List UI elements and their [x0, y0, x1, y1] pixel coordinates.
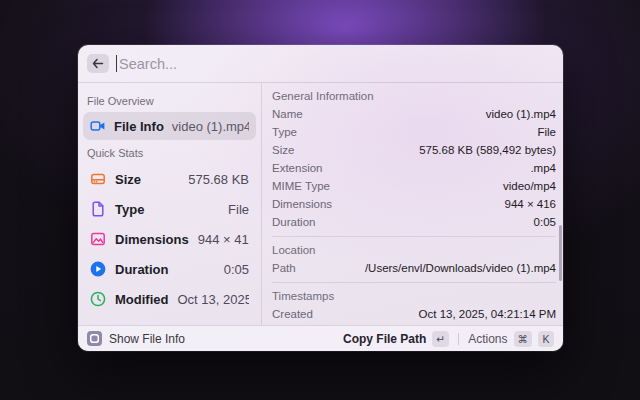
detail-row-key: Created: [272, 305, 313, 323]
detail-section-title: General Information: [272, 87, 556, 105]
detail-section: Timestamps Created Oct 13, 2025, 04:21:1…: [272, 282, 556, 325]
stat-value: File: [228, 202, 249, 217]
sidebar-section: File Overview File Info video (1).mp4: [83, 95, 256, 140]
file-info-window: File Overview File Info video (1).mp4 Qu…: [78, 45, 563, 351]
command-key-badge: ⌘: [514, 331, 533, 347]
detail-row-key: Extension: [272, 159, 323, 177]
search-input[interactable]: [116, 56, 554, 72]
detail-row: Type File: [272, 123, 556, 141]
stat-label: Duration: [115, 262, 168, 277]
stat-value: 0:05: [224, 262, 249, 277]
detail-row: Modified Oct 13, 2025, 04:21:15 PM: [272, 323, 556, 325]
copy-file-path-button[interactable]: Copy File Path: [343, 332, 426, 346]
detail-row-key: Duration: [272, 213, 315, 231]
document-icon: [90, 201, 106, 217]
detail-row-value: 0:05: [534, 213, 556, 231]
footer-bar: Show File Info Copy File Path ↵ Actions …: [78, 325, 563, 351]
stat-value: Oct 13, 2025, 04:2…: [177, 292, 249, 307]
sidebar-item-type[interactable]: Type File: [83, 194, 256, 224]
command-name-label: Show File Info: [109, 332, 185, 346]
scrollbar-thumb[interactable]: [559, 225, 562, 281]
stat-label: Type: [115, 202, 144, 217]
sidebar-item-modified[interactable]: Modified Oct 13, 2025, 04:2…: [83, 284, 256, 314]
sidebar: File Overview File Info video (1).mp4 Qu…: [78, 83, 262, 325]
sidebar-section-label: Quick Stats: [87, 147, 252, 159]
detail-section: Location Path /Users/envl/Downloads/vide…: [272, 236, 556, 277]
sidebar-section: Quick Stats Size 575.68 KB Type File Dim…: [83, 147, 256, 314]
detail-section-title: Location: [272, 241, 556, 259]
k-key-badge: K: [538, 331, 554, 347]
detail-row: Created Oct 13, 2025, 04:21:14 PM: [272, 305, 556, 323]
detail-row-value: Oct 13, 2025, 04:21:14 PM: [419, 305, 556, 323]
stat-value: 944 × 416: [198, 232, 249, 247]
detail-row-key: Size: [272, 141, 294, 159]
detail-panel: General Information Name video (1).mp4 T…: [262, 83, 563, 325]
stat-label: Dimensions: [115, 232, 189, 247]
extension-icon: [87, 331, 102, 346]
sidebar-section-label: File Overview: [87, 95, 252, 107]
search-field-wrap: [116, 52, 554, 76]
return-key-badge: ↵: [432, 331, 449, 347]
main-area: File Overview File Info video (1).mp4 Qu…: [78, 83, 563, 325]
sidebar-item-dimensions[interactable]: Dimensions 944 × 416: [83, 224, 256, 254]
stat-label: Modified: [115, 292, 168, 307]
image-icon: [90, 231, 106, 247]
text-caret: [116, 55, 117, 72]
detail-row: Duration 0:05: [272, 213, 556, 231]
detail-row-key: Dimensions: [272, 195, 332, 213]
arrow-left-icon: [92, 58, 104, 69]
detail-row-key: Name: [272, 105, 303, 123]
detail-row-key: MIME Type: [272, 177, 330, 195]
sidebar-item-value: video (1).mp4: [172, 119, 249, 134]
back-button[interactable]: [87, 54, 109, 73]
detail-row-value: /Users/envl/Downloads/video (1).mp4: [365, 259, 556, 277]
search-bar: [78, 45, 563, 83]
detail-row-value: .mp4: [530, 159, 556, 177]
detail-row: Size 575.68 KB (589,492 bytes): [272, 141, 556, 159]
sidebar-item-file-info[interactable]: File Info video (1).mp4: [83, 112, 256, 140]
detail-row-value: 575.68 KB (589,492 bytes): [419, 141, 556, 159]
detail-row: Path /Users/envl/Downloads/video (1).mp4: [272, 259, 556, 277]
detail-row: MIME Type video/mp4: [272, 177, 556, 195]
video-camera-icon: [90, 118, 106, 134]
clock-icon: [90, 291, 106, 307]
actions-button[interactable]: Actions: [468, 332, 507, 346]
hard-drive-icon: [90, 171, 106, 187]
detail-row: Dimensions 944 × 416: [272, 195, 556, 213]
play-circle-icon: [90, 261, 106, 277]
detail-section: General Information Name video (1).mp4 T…: [272, 87, 556, 231]
stat-label: Size: [115, 172, 141, 187]
detail-row-key: Modified: [272, 323, 315, 325]
detail-row-value: File: [537, 123, 556, 141]
stat-value: 575.68 KB: [188, 172, 249, 187]
sidebar-item-size[interactable]: Size 575.68 KB: [83, 164, 256, 194]
sidebar-item-duration[interactable]: Duration 0:05: [83, 254, 256, 284]
sidebar-item-label: File Info: [114, 119, 164, 134]
detail-row: Extension .mp4: [272, 159, 556, 177]
detail-row-value: video/mp4: [503, 177, 556, 195]
footer-divider: [458, 333, 459, 345]
detail-row: Name video (1).mp4: [272, 105, 556, 123]
detail-row-key: Path: [272, 259, 296, 277]
detail-row-value: Oct 13, 2025, 04:21:15 PM: [419, 323, 556, 325]
detail-row-value: 944 × 416: [505, 195, 556, 213]
detail-section-title: Timestamps: [272, 287, 556, 305]
detail-row-key: Type: [272, 123, 297, 141]
detail-row-value: video (1).mp4: [486, 105, 556, 123]
